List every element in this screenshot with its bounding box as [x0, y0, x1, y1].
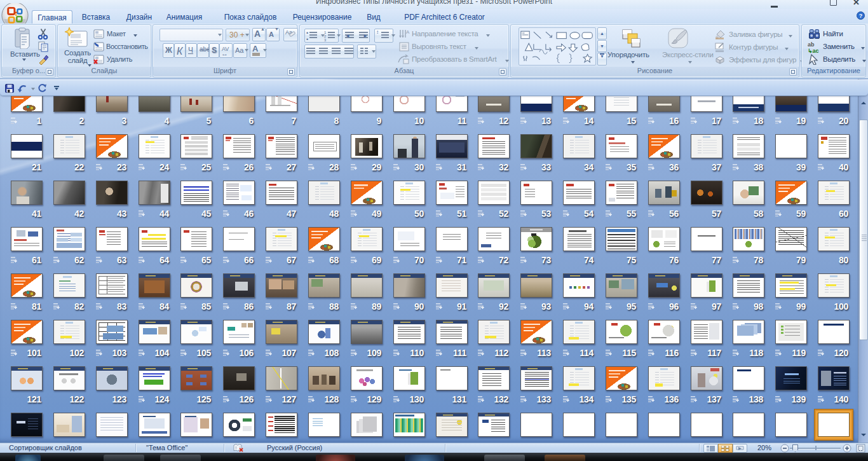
svg-text:?: ?	[859, 13, 863, 19]
svg-text:A: A	[406, 29, 410, 35]
